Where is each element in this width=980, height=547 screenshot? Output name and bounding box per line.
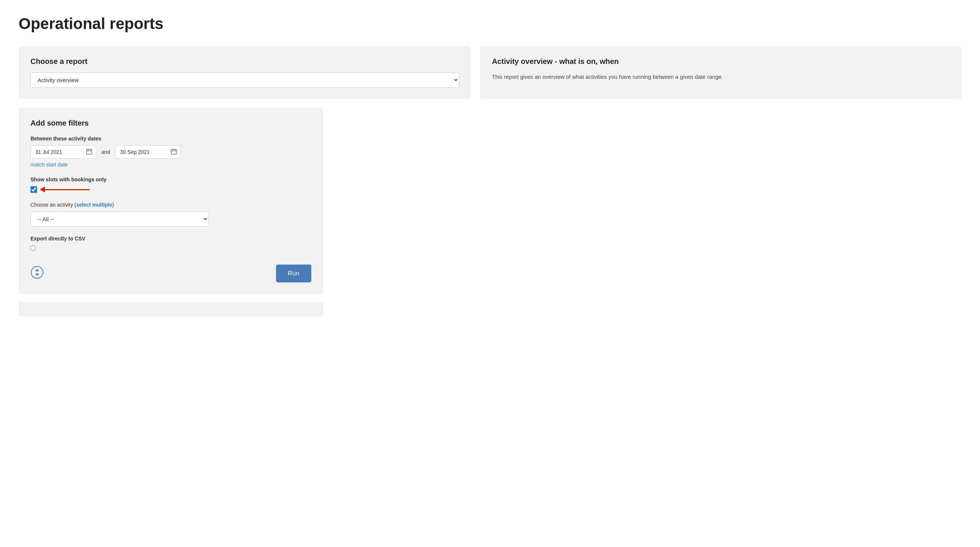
bottom-row: Run <box>30 261 311 282</box>
bookings-only-row <box>30 186 311 193</box>
and-text: and <box>100 149 111 155</box>
report-info-card: Activity overview - what is on, when Thi… <box>480 46 961 99</box>
choose-report-card: Choose a report Activity overview Bookin… <box>19 46 471 99</box>
arrow-annotation <box>40 187 89 193</box>
svg-rect-4 <box>171 149 177 154</box>
bookings-only-label: Show slots with bookings only <box>30 177 311 182</box>
filters-card: Add some filters Between these activity … <box>19 108 323 294</box>
start-date-input[interactable] <box>30 145 83 159</box>
csv-label: Export directly to CSV <box>30 236 311 242</box>
bookings-only-checkbox[interactable] <box>30 186 37 193</box>
filters-title: Add some filters <box>30 119 311 128</box>
run-button[interactable]: Run <box>276 265 311 282</box>
activity-select[interactable]: -- All -- <box>30 211 209 226</box>
page-title: Operational reports <box>19 15 961 33</box>
report-select[interactable]: Activity overview Booking report Attenda… <box>30 72 459 88</box>
date-range-label: Between these activity dates <box>30 136 311 142</box>
report-info-description: This report gives an overview of what ac… <box>492 72 950 81</box>
calendar-icon <box>171 148 177 155</box>
arrow-line <box>45 189 89 190</box>
start-date-wrap <box>30 145 96 159</box>
date-row: and <box>30 145 311 159</box>
activity-group: Choose an activity (select multiple) -- … <box>30 202 311 226</box>
bottom-partial-card <box>19 302 323 317</box>
start-date-calendar-button[interactable] <box>83 145 96 159</box>
svg-marker-9 <box>35 269 39 271</box>
svg-point-8 <box>31 266 43 278</box>
end-date-calendar-button[interactable] <box>167 145 181 159</box>
end-date-input[interactable] <box>115 145 167 159</box>
date-range-group: Between these activity dates and <box>30 136 311 167</box>
bookings-only-group: Show slots with bookings only <box>30 177 311 193</box>
select-multiple-link[interactable]: select multiple <box>76 202 112 208</box>
report-info-title: Activity overview - what is on, when <box>492 57 950 66</box>
end-date-wrap <box>115 145 181 159</box>
arrow-head <box>40 187 45 193</box>
match-start-date-link[interactable]: match start date <box>30 162 311 167</box>
csv-checkbox[interactable] <box>30 246 35 250</box>
sort-icon[interactable] <box>30 266 44 282</box>
svg-marker-10 <box>35 273 39 276</box>
choose-report-label: Choose a report <box>30 57 459 66</box>
csv-group: Export directly to CSV <box>30 236 311 252</box>
activity-label: Choose an activity (select multiple) <box>30 202 311 208</box>
calendar-icon <box>86 148 92 155</box>
activity-select-wrap: -- All -- <box>30 211 209 226</box>
svg-rect-0 <box>87 149 92 154</box>
